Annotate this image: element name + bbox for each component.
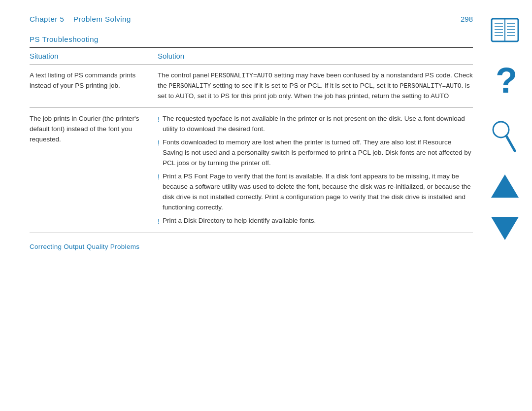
bullet-text: Print a PS Font Page to verify that the … (163, 171, 473, 213)
bullet-item: ! Print a Disk Directory to help identif… (158, 216, 473, 227)
bullet-text: Fonts downloaded to memory are lost when… (163, 137, 473, 169)
col-header-situation: Situation (30, 52, 158, 60)
svg-marker-15 (491, 174, 519, 198)
table-row: The job prints in Courier (the printer's… (30, 108, 473, 233)
main-content: Chapter 5 Problem Solving 298 PS Trouble… (30, 15, 473, 250)
arrow-down-button[interactable] (490, 215, 520, 244)
table-row: A text listing of PS commands prints ins… (30, 65, 473, 108)
chapter-label: Chapter 5 (30, 15, 64, 23)
svg-text:?: ? (496, 63, 517, 100)
solution-cell-1: The control panel PERSONALITY=AUTO setti… (158, 70, 473, 102)
bullet-item: ! The requested typeface is not availabl… (158, 114, 473, 135)
sidebar-icons: ? (488, 15, 522, 244)
bullet-text: Print a Disk Directory to help identify … (163, 216, 473, 227)
solution-cell-2: ! The requested typeface is not availabl… (158, 114, 473, 227)
magnifier-icon-button[interactable] (490, 119, 520, 157)
chapter-title: Chapter 5 Problem Solving (30, 15, 131, 23)
section-title: PS Troubleshooting (30, 35, 473, 43)
bullet-mark: ! (158, 216, 160, 227)
column-headers: Situation Solution (30, 48, 473, 65)
bullet-mark: ! (158, 114, 160, 135)
question-icon-button[interactable]: ? (492, 63, 519, 104)
svg-marker-16 (491, 217, 519, 240)
header-row: Chapter 5 Problem Solving 298 (30, 15, 473, 23)
page-number: 298 (461, 15, 473, 23)
bullet-mark: ! (158, 172, 160, 213)
question-icon: ? (492, 63, 519, 103)
arrow-up-button[interactable] (490, 172, 520, 201)
bullet-item: ! Print a PS Font Page to verify that th… (158, 171, 473, 213)
situation-cell-2: The job prints in Courier (the printer's… (30, 114, 158, 227)
arrow-up-icon (490, 172, 520, 199)
book-icon-button[interactable] (488, 15, 522, 48)
bullet-text: The requested typeface is not available … (163, 114, 473, 135)
footer-link[interactable]: Correcting Output Quality Problems (30, 243, 473, 250)
bullet-mark: ! (158, 138, 160, 169)
svg-line-14 (506, 136, 515, 151)
bullet-item: ! Fonts downloaded to memory are lost wh… (158, 137, 473, 169)
chapter-title-text: Problem Solving (73, 15, 131, 23)
book-icon (488, 15, 522, 47)
magnifier-icon (490, 119, 520, 156)
situation-cell-1: A text listing of PS commands prints ins… (30, 70, 158, 102)
arrow-down-icon (490, 215, 520, 242)
col-header-solution: Solution (158, 52, 473, 60)
